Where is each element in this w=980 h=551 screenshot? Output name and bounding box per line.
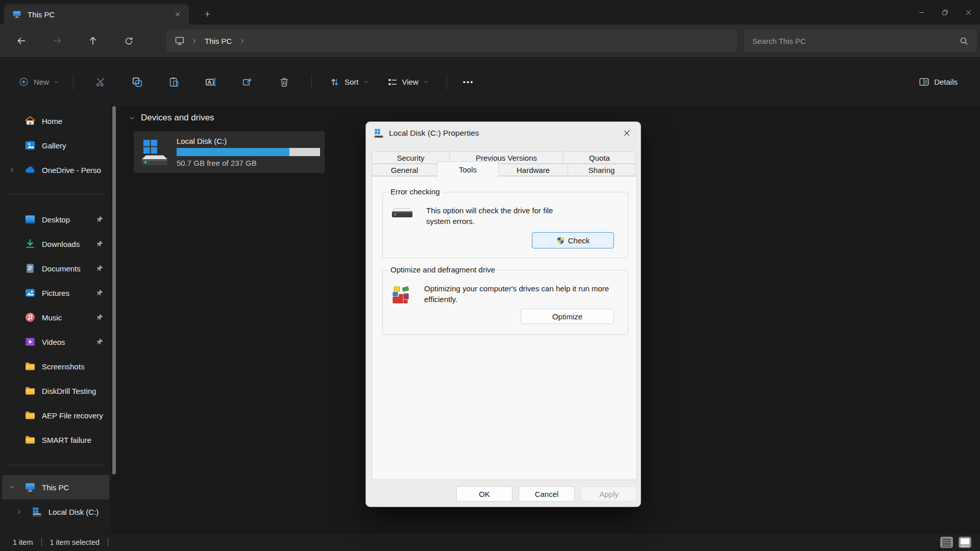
hard-drive-icon xyxy=(391,207,413,220)
cancel-button[interactable]: Cancel xyxy=(519,486,575,502)
sidebar-item-pictures[interactable]: Pictures xyxy=(2,281,109,305)
sidebar-item-gallery[interactable]: Gallery xyxy=(2,133,109,158)
dialog-title-bar[interactable]: Local Disk (C:) Properties xyxy=(366,122,641,144)
optimize-description: Optimizing your computer's drives can he… xyxy=(424,283,628,305)
rename-icon xyxy=(205,77,216,88)
section-header-label: Devices and drives xyxy=(141,113,214,123)
sidebar-item-onedrive[interactable]: OneDrive - Perso xyxy=(2,158,109,182)
uac-shield-icon xyxy=(556,236,565,245)
dialog-title: Local Disk (C:) Properties xyxy=(389,129,613,138)
local-disk-c-tile[interactable]: Local Disk (C:) 50.7 GB free of 237 GB xyxy=(134,131,325,173)
sidebar-scrollbar[interactable] xyxy=(111,106,117,533)
paste-button[interactable] xyxy=(163,72,185,92)
collapse-chevron-icon[interactable] xyxy=(9,484,15,491)
refresh-button[interactable] xyxy=(117,31,140,51)
sidebar-item-diskdrill-testing[interactable]: DiskDrill Testing xyxy=(2,379,109,403)
sidebar-item-videos[interactable]: Videos xyxy=(2,330,109,354)
more-options-button[interactable]: ••• xyxy=(456,73,481,90)
sort-icon xyxy=(330,77,340,87)
forward-button[interactable] xyxy=(46,31,68,51)
tab-quota[interactable]: Quota xyxy=(563,152,636,164)
search-icon[interactable] xyxy=(959,36,969,46)
navigation-pane: Home Gallery OneDrive - Perso Desktop Do… xyxy=(0,106,111,533)
sort-button[interactable]: Sort xyxy=(324,73,375,91)
pin-icon xyxy=(96,240,104,248)
back-button[interactable] xyxy=(10,31,33,51)
status-bar: 1 item 1 item selected xyxy=(0,533,980,551)
tab-tools[interactable]: Tools xyxy=(437,161,499,178)
sidebar-item-downloads[interactable]: Downloads xyxy=(2,232,109,256)
check-button[interactable]: Check xyxy=(532,232,614,248)
command-bar: New Sort View ••• Details xyxy=(0,57,980,106)
sidebar-divider xyxy=(7,465,104,465)
folder-icon xyxy=(24,385,36,396)
expand-chevron-icon[interactable] xyxy=(9,167,15,173)
breadcrumb-chevron-icon[interactable] xyxy=(239,38,246,44)
new-tab-button[interactable] xyxy=(199,7,215,21)
view-button[interactable]: View xyxy=(381,73,435,91)
view-icon xyxy=(387,77,398,87)
item-count: 1 item xyxy=(13,538,33,546)
ok-button-label: OK xyxy=(479,490,490,498)
videos-icon xyxy=(24,336,36,347)
clipboard-icon xyxy=(168,77,180,88)
toolbar-divider xyxy=(73,74,74,90)
music-icon xyxy=(24,312,36,323)
breadcrumb-item-this-pc[interactable]: This PC xyxy=(204,37,233,45)
sidebar-item-home[interactable]: Home xyxy=(2,109,109,133)
optimize-button-label: Optimize xyxy=(552,312,582,321)
error-checking-description: This option will check the drive for fil… xyxy=(426,205,574,227)
ok-button[interactable]: OK xyxy=(456,486,512,502)
large-thumbnails-view-icon[interactable] xyxy=(958,536,972,549)
apply-button[interactable]: Apply xyxy=(581,486,637,502)
share-button[interactable] xyxy=(236,72,259,92)
error-checking-legend: Error checking xyxy=(388,187,443,196)
drive-usage-fill xyxy=(177,148,289,156)
up-button[interactable] xyxy=(82,31,104,51)
sidebar-item-this-pc[interactable]: This PC xyxy=(2,475,109,499)
restore-button[interactable] xyxy=(933,0,957,24)
copy-button[interactable] xyxy=(126,72,149,92)
explorer-tab[interactable]: This PC xyxy=(4,4,189,24)
tab-sharing[interactable]: Sharing xyxy=(568,164,635,176)
minimize-button[interactable] xyxy=(910,0,933,24)
tab-close-icon[interactable] xyxy=(170,8,185,21)
breadcrumb[interactable]: This PC xyxy=(166,30,737,52)
optimize-legend: Optimize and defragment drive xyxy=(388,265,498,274)
new-button[interactable]: New xyxy=(13,72,64,91)
tab-hardware[interactable]: Hardware xyxy=(498,164,568,176)
details-pane-icon xyxy=(919,77,929,87)
close-button[interactable] xyxy=(957,0,980,24)
system-drive-icon xyxy=(140,137,169,167)
tab-title: This PC xyxy=(28,10,164,19)
rename-button[interactable] xyxy=(200,72,222,92)
sidebar-item-documents[interactable]: Documents xyxy=(2,256,109,281)
error-checking-group: Error checking This option will check th… xyxy=(382,192,628,258)
expand-chevron-icon[interactable] xyxy=(16,509,22,515)
devices-and-drives-header[interactable]: Devices and drives xyxy=(129,113,214,123)
details-view-icon[interactable] xyxy=(939,536,953,549)
sidebar-item-local-disk-c[interactable]: Local Disk (C:) xyxy=(2,499,109,524)
pin-icon xyxy=(96,338,104,346)
optimize-button[interactable]: Optimize xyxy=(521,309,614,324)
scrollbar-thumb[interactable] xyxy=(112,106,116,474)
delete-button[interactable] xyxy=(273,72,296,92)
search-input[interactable]: Search This PC xyxy=(744,30,977,52)
sidebar-item-screenshots[interactable]: Screenshots xyxy=(2,354,109,379)
sidebar-item-desktop[interactable]: Desktop xyxy=(2,207,109,232)
sidebar-item-music[interactable]: Music xyxy=(2,305,109,330)
chevron-down-icon xyxy=(54,79,59,85)
sidebar-item-smart-failure[interactable]: SMART failure xyxy=(2,428,109,452)
breadcrumb-chevron-icon[interactable] xyxy=(191,38,198,44)
apply-button-label: Apply xyxy=(599,490,619,498)
section-collapse-chevron-icon[interactable] xyxy=(129,115,135,121)
location-monitor-icon xyxy=(175,36,185,46)
cut-button[interactable] xyxy=(89,72,112,92)
sidebar-item-aep-file-recovery[interactable]: AEP File recovery xyxy=(2,403,109,428)
details-pane-button[interactable]: Details xyxy=(913,72,964,91)
chevron-down-icon xyxy=(363,79,369,85)
dialog-close-icon[interactable] xyxy=(618,125,635,141)
gallery-icon xyxy=(24,140,36,151)
downloads-icon xyxy=(24,238,36,249)
tab-general[interactable]: General xyxy=(372,164,437,176)
